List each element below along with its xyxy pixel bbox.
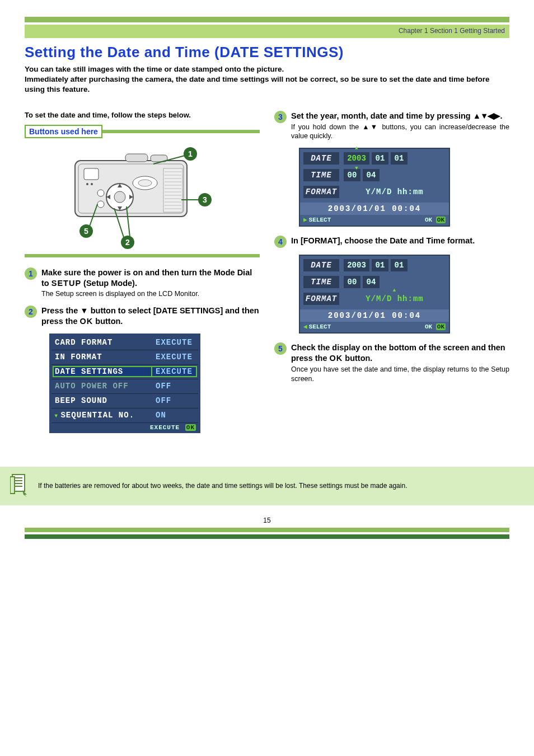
menu-row: ▾SEQUENTIAL NO.ON xyxy=(51,408,198,423)
date-settings-screenshot-1: DATE 2003 01 01 TIME 00 04 FORMAT xyxy=(299,148,450,227)
callout-5: 5 xyxy=(84,227,88,236)
step-number: 1 xyxy=(25,267,37,280)
svg-rect-4 xyxy=(84,168,99,180)
svg-point-9 xyxy=(97,190,104,196)
step-number: 4 xyxy=(274,236,287,248)
intro-text: You can take still images with the time … xyxy=(25,64,509,95)
svg-point-6 xyxy=(91,183,93,185)
step-1-title: Make sure the power is on and then turn … xyxy=(41,267,260,289)
step-number: 5 xyxy=(274,342,287,355)
note-icon xyxy=(10,473,30,499)
callout-3: 3 xyxy=(203,195,207,204)
step-5-title: Check the display on the bottom of the s… xyxy=(291,342,509,364)
setup-menu-screenshot: CARD FORMATEXECUTE IN FORMATEXECUTE DATE… xyxy=(49,334,200,433)
step-number: 2 xyxy=(25,306,37,318)
note-text: If the batteries are removed for about t… xyxy=(38,482,407,490)
ds-footer: ▶SELECT OK OK xyxy=(303,215,446,224)
svg-point-12 xyxy=(138,180,152,186)
note-box: If the batteries are removed for about t… xyxy=(0,467,534,505)
menu-row: IN FORMATEXECUTE xyxy=(51,350,198,365)
header-bars xyxy=(25,17,509,22)
lead-text: To set the date and time, follow the ste… xyxy=(25,111,260,119)
svg-point-5 xyxy=(86,183,88,185)
camera-diagram: 1 3 5 2 xyxy=(25,139,260,257)
menu-row: CARD FORMATEXECUTE xyxy=(51,336,198,350)
svg-point-8 xyxy=(114,191,125,203)
svg-rect-2 xyxy=(125,154,148,162)
menu-row-selected: DATE SETTINGSEXECUTE xyxy=(51,365,198,379)
svg-point-10 xyxy=(97,201,104,208)
callout-2: 2 xyxy=(125,238,130,247)
step-2: 2 Press the ▼ button to select [DATE SET… xyxy=(25,306,260,327)
callout-1: 1 xyxy=(188,149,193,158)
step-5: 5 Check the display on the bottom of the… xyxy=(274,342,509,383)
menu-row: BEEP SOUNDOFF xyxy=(51,394,198,408)
step-4: 4 In [FORMAT], choose the Date and Time … xyxy=(274,236,509,248)
step-2-title: Press the ▼ button to select [DATE SETTI… xyxy=(41,306,260,327)
buttons-used-heading: Buttons used here xyxy=(25,125,260,138)
menu-footer: EXECUTE OK xyxy=(51,423,198,431)
buttons-used-label: Buttons used here xyxy=(25,125,102,138)
step-3-title: Set the year, month, date and time by pr… xyxy=(291,111,509,121)
step-1: 1 Make sure the power is on and then tur… xyxy=(25,267,260,299)
breadcrumb: Chapter 1 Section 1 Getting Started xyxy=(399,27,505,35)
page-number: 15 xyxy=(25,516,509,524)
date-settings-screenshot-2: DATE 2003 01 01 TIME 00 04 FORMAT xyxy=(299,255,450,334)
ds-footer: ◀SELECT OK OK xyxy=(303,322,446,331)
svg-rect-40 xyxy=(10,477,15,494)
breadcrumb-row: Chapter 1 Section 1 Getting Started xyxy=(25,25,509,38)
left-column: To set the date and time, follow the ste… xyxy=(25,111,260,433)
step-1-desc: The Setup screen is displayed on the LCD… xyxy=(41,289,260,299)
right-column: 3 Set the year, month, date and time by … xyxy=(274,111,509,433)
step-number: 3 xyxy=(274,111,287,123)
page-title: Setting the Date and Time (DATE SETTINGS… xyxy=(25,44,509,61)
step-4-title: In [FORMAT], choose the Date and Time fo… xyxy=(291,236,509,246)
footer-bars xyxy=(25,528,509,539)
menu-row: AUTO POWER OFFOFF xyxy=(51,379,198,394)
step-3-desc: If you hold down the ▲▼ buttons, you can… xyxy=(291,123,509,142)
step-5-desc: Once you have set the date and time, the… xyxy=(291,365,509,384)
step-3: 3 Set the year, month, date and time by … xyxy=(274,111,509,142)
